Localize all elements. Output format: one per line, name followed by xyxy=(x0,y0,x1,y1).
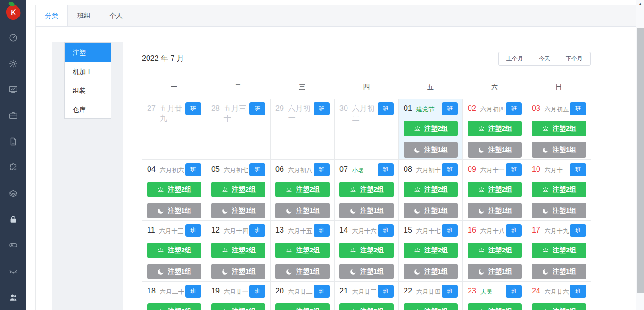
day-shift-button[interactable]: 注塑2组 xyxy=(147,243,201,258)
calendar: 2022 年 7 月 上个月 今天 下个月 一二三四五六日 27五月廿九班28五… xyxy=(142,42,591,310)
shift-type-badge[interactable]: 班 xyxy=(314,102,330,115)
toggle-icon[interactable] xyxy=(0,232,26,258)
shift-type-badge[interactable]: 班 xyxy=(378,285,394,298)
shift-type-badge[interactable]: 班 xyxy=(249,285,265,298)
day-shift-button[interactable]: 注塑2组 xyxy=(211,243,265,258)
night-shift-button[interactable]: 注塑1组 xyxy=(468,264,522,279)
night-shift-button[interactable]: 注塑1组 xyxy=(275,203,330,218)
shift-type-badge[interactable]: 班 xyxy=(570,224,586,237)
dashboard-icon[interactable] xyxy=(0,25,26,50)
night-shift-button[interactable]: 注塑1组 xyxy=(211,203,265,218)
night-shift-button[interactable]: 注塑1组 xyxy=(147,264,201,279)
day-shift-button[interactable]: 注塑2组 xyxy=(404,243,458,258)
lunar-label: 五月廿九 xyxy=(160,103,185,123)
day-shift-button[interactable]: 注塑2组 xyxy=(468,182,522,197)
shift-type-badge[interactable]: 班 xyxy=(185,285,201,298)
day-shift-button[interactable]: 注塑2组 xyxy=(275,243,330,258)
shift-type-badge[interactable]: 班 xyxy=(442,102,458,115)
tab-班组[interactable]: 班组 xyxy=(68,5,100,26)
monitor-chart-icon[interactable] xyxy=(0,76,26,102)
briefcase-icon[interactable] xyxy=(0,102,26,128)
shift-type-badge[interactable]: 班 xyxy=(570,102,586,115)
prev-month-button[interactable]: 上个月 xyxy=(498,52,531,66)
night-shift-button[interactable]: 注塑1组 xyxy=(339,264,394,279)
shift-type-badge[interactable]: 班 xyxy=(506,163,522,176)
shift-type-badge[interactable]: 班 xyxy=(442,163,458,176)
day-number: 27 xyxy=(147,104,156,113)
eye-closed-icon[interactable] xyxy=(0,258,26,284)
shift-type-badge[interactable]: 班 xyxy=(378,163,394,176)
today-button[interactable]: 今天 xyxy=(531,52,558,66)
tab-个人[interactable]: 个人 xyxy=(100,5,132,26)
tab-分类[interactable]: 分类 xyxy=(36,5,68,26)
night-shift-button[interactable]: 注塑1组 xyxy=(468,203,522,218)
shift-type-badge[interactable]: 班 xyxy=(570,285,586,298)
puzzle-icon[interactable] xyxy=(0,154,26,180)
shift-type-badge[interactable]: 班 xyxy=(249,102,265,115)
vertical-scrollbar[interactable]: ▲ xyxy=(636,0,644,310)
day-shift-button[interactable]: 注塑2组 xyxy=(275,182,330,197)
shift-type-badge[interactable]: 班 xyxy=(314,285,330,298)
category-item-机加工[interactable]: 机加工 xyxy=(65,62,111,81)
day-shift-button[interactable]: 注塑2组 xyxy=(532,182,586,197)
day-shift-button[interactable]: 注塑2组 xyxy=(147,182,201,197)
shift-type-badge[interactable]: 班 xyxy=(442,285,458,298)
gear-icon[interactable] xyxy=(0,50,26,76)
shift-type-badge[interactable]: 班 xyxy=(570,163,586,176)
night-shift-button[interactable]: 注塑1组 xyxy=(339,203,394,218)
day-shift-button[interactable]: 注塑2组 xyxy=(339,243,394,258)
day-shift-button[interactable]: 注塑2组 xyxy=(339,303,394,310)
night-shift-button[interactable]: 注塑1组 xyxy=(532,264,586,279)
shift-type-badge[interactable]: 班 xyxy=(249,224,265,237)
night-shift-button[interactable]: 注塑1组 xyxy=(404,203,458,218)
day-shift-button[interactable]: 注塑2组 xyxy=(211,303,265,310)
shift-type-badge[interactable]: 班 xyxy=(442,224,458,237)
shift-type-badge[interactable]: 班 xyxy=(506,102,522,115)
day-shift-button[interactable]: 注塑2组 xyxy=(339,182,394,197)
night-shift-button[interactable]: 注塑1组 xyxy=(468,142,522,158)
shift-type-badge[interactable]: 班 xyxy=(378,102,394,115)
day-shift-button[interactable]: 注塑2组 xyxy=(468,243,522,258)
layers-icon[interactable] xyxy=(0,180,26,206)
users-icon[interactable] xyxy=(0,284,26,310)
scrollbar-up-arrow-icon[interactable]: ▲ xyxy=(636,0,644,8)
shift-label: 注塑2组 xyxy=(360,307,384,310)
day-shift-button[interactable]: 注塑2组 xyxy=(211,182,265,197)
day-shift-button[interactable]: 注塑2组 xyxy=(404,182,458,197)
shift-type-badge[interactable]: 班 xyxy=(185,163,201,176)
day-shift-button[interactable]: 注塑2组 xyxy=(404,121,458,136)
shift-type-badge[interactable]: 班 xyxy=(185,224,201,237)
day-shift-button[interactable]: 注塑2组 xyxy=(147,303,201,310)
night-shift-button[interactable]: 注塑1组 xyxy=(211,264,265,279)
night-shift-button[interactable]: 注塑1组 xyxy=(404,142,458,158)
day-shift-button[interactable]: 注塑2组 xyxy=(532,121,586,136)
shift-type-badge[interactable]: 班 xyxy=(314,224,330,237)
category-item-组装[interactable]: 组装 xyxy=(65,81,111,100)
day-shift-button[interactable]: 注塑2组 xyxy=(468,121,522,136)
day-shift-button[interactable]: 注塑2组 xyxy=(532,303,586,310)
night-shift-button[interactable]: 注塑1组 xyxy=(404,264,458,279)
day-shift-button[interactable]: 注塑2组 xyxy=(275,303,330,310)
sunrise-icon xyxy=(542,125,549,133)
shift-type-badge[interactable]: 班 xyxy=(378,224,394,237)
app-logo[interactable]: K xyxy=(0,0,26,25)
shift-type-badge[interactable]: 班 xyxy=(185,102,201,115)
night-shift-button[interactable]: 注塑1组 xyxy=(532,142,586,158)
lock-icon[interactable] xyxy=(0,206,26,232)
document-icon[interactable] xyxy=(0,128,26,154)
shift-type-badge[interactable]: 班 xyxy=(506,285,522,298)
day-shift-button[interactable]: 注塑2组 xyxy=(532,243,586,258)
night-shift-button[interactable]: 注塑1组 xyxy=(147,203,201,218)
shift-type-badge[interactable]: 班 xyxy=(249,163,265,176)
night-shift-button[interactable]: 注塑1组 xyxy=(275,264,330,279)
category-item-注塑[interactable]: 注塑 xyxy=(65,43,111,62)
shift-type-badge[interactable]: 班 xyxy=(314,163,330,176)
category-item-仓库[interactable]: 仓库 xyxy=(65,100,111,118)
scrollbar-thumb[interactable] xyxy=(637,28,644,293)
calendar-cell: 10六月十二班注塑2组注塑1组 xyxy=(527,160,591,221)
day-shift-button[interactable]: 注塑2组 xyxy=(468,303,522,310)
shift-type-badge[interactable]: 班 xyxy=(506,224,522,237)
day-shift-button[interactable]: 注塑2组 xyxy=(404,303,458,310)
next-month-button[interactable]: 下个月 xyxy=(558,52,591,66)
night-shift-button[interactable]: 注塑1组 xyxy=(532,203,586,218)
